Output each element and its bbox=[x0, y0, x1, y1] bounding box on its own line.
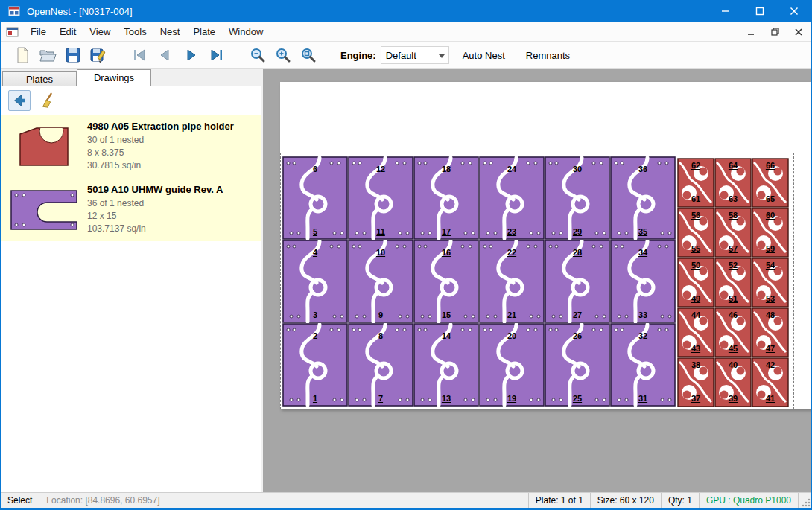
mdi-restore-button[interactable] bbox=[768, 25, 781, 39]
purple-part-pair[interactable]: 2019 bbox=[479, 323, 545, 407]
red-part-pair[interactable]: 5857 bbox=[714, 208, 752, 258]
purple-part-pair[interactable]: 1615 bbox=[413, 240, 479, 323]
menu-window[interactable]: Window bbox=[222, 23, 270, 40]
menu-file[interactable]: File bbox=[24, 23, 53, 40]
open-button[interactable] bbox=[35, 44, 60, 66]
red-part-pair[interactable]: 5251 bbox=[714, 258, 752, 307]
purple-part-pair[interactable]: 1413 bbox=[413, 323, 479, 407]
save-button[interactable] bbox=[60, 44, 86, 66]
last-arrow-icon bbox=[208, 47, 224, 63]
red-part-pair[interactable]: 5655 bbox=[677, 208, 714, 258]
purple-part-pair[interactable]: 2221 bbox=[479, 240, 545, 323]
minimize-button[interactable] bbox=[708, 0, 743, 22]
menu-view[interactable]: View bbox=[83, 23, 117, 40]
red-part-pair[interactable]: 6665 bbox=[752, 158, 789, 208]
next-arrow-icon bbox=[183, 47, 199, 63]
resize-grip[interactable] bbox=[798, 493, 811, 508]
mdi-window-controls bbox=[744, 25, 805, 39]
previous-plate-button[interactable] bbox=[153, 44, 178, 66]
part-number: 58 bbox=[714, 211, 752, 220]
part-number: 18 bbox=[413, 165, 479, 173]
engine-value: Default bbox=[386, 50, 416, 61]
close-button[interactable] bbox=[777, 0, 811, 22]
part-number: 16 bbox=[413, 248, 479, 257]
part-number: 59 bbox=[752, 244, 789, 253]
part-number: 60 bbox=[752, 211, 789, 220]
tab-drawings[interactable]: Drawings bbox=[77, 69, 151, 86]
part-number: 62 bbox=[677, 161, 714, 170]
part-number: 29 bbox=[545, 227, 610, 236]
red-part-pair[interactable]: 5453 bbox=[752, 258, 789, 307]
menu-nest[interactable]: Nest bbox=[153, 23, 187, 40]
last-plate-button[interactable] bbox=[203, 44, 229, 66]
part-number: 37 bbox=[677, 394, 714, 403]
red-part-pair[interactable]: 6463 bbox=[714, 158, 752, 208]
mdi-close-button[interactable] bbox=[792, 25, 805, 39]
part-number: 45 bbox=[714, 344, 752, 353]
zoom-fit-button[interactable] bbox=[296, 44, 321, 66]
red-part-pair[interactable]: 4039 bbox=[714, 357, 752, 407]
purple-part-pair[interactable]: 2625 bbox=[545, 323, 610, 407]
part-number: 65 bbox=[752, 194, 789, 203]
menu-edit[interactable]: Edit bbox=[53, 23, 83, 40]
drawing-item-extraction-pipe-holder[interactable]: 4980 A05 Extraction pipe holder 30 of 1 … bbox=[1, 115, 261, 178]
engine-select[interactable]: Default bbox=[381, 46, 449, 64]
red-part-pair[interactable]: 6261 bbox=[677, 158, 714, 208]
new-button[interactable] bbox=[10, 44, 35, 66]
purple-part-pair[interactable]: 1817 bbox=[413, 156, 479, 240]
save-icon bbox=[64, 46, 82, 64]
part-number: 57 bbox=[714, 244, 752, 253]
purple-part-pair[interactable]: 3029 bbox=[545, 156, 610, 240]
menu-plate[interactable]: Plate bbox=[186, 23, 222, 40]
purple-part-pair[interactable]: 109 bbox=[348, 240, 413, 323]
purple-part-pair[interactable]: 3635 bbox=[610, 156, 676, 240]
mdi-minimize-button[interactable] bbox=[744, 25, 758, 39]
child-window-icon[interactable] bbox=[6, 26, 19, 38]
remnants-button[interactable]: Remnants bbox=[518, 45, 577, 66]
auto-nest-button[interactable]: Auto Nest bbox=[455, 45, 513, 66]
zoom-out-button[interactable] bbox=[245, 44, 270, 66]
maximize-button[interactable] bbox=[743, 0, 777, 22]
purple-part-pair[interactable]: 3231 bbox=[610, 323, 676, 407]
red-part-pair[interactable]: 4241 bbox=[752, 357, 789, 407]
part-thumbnail-purple bbox=[7, 186, 81, 234]
red-part-pair[interactable]: 4645 bbox=[714, 307, 752, 357]
nest-canvas[interactable]: 65 1211 1817 2423 bbox=[263, 69, 812, 492]
status-mode: Select bbox=[1, 493, 39, 508]
part-number: 39 bbox=[714, 394, 752, 403]
purple-part-pair[interactable]: 43 bbox=[282, 240, 348, 323]
purple-part-pair[interactable]: 2827 bbox=[545, 240, 610, 323]
part-number: 47 bbox=[752, 344, 789, 353]
red-part-pair[interactable]: 4443 bbox=[677, 307, 714, 357]
drawing-item-uhmw-guide[interactable]: 5019 A10 UHMW guide Rev. A 36 of 1 neste… bbox=[1, 178, 261, 241]
part-thumbnail-red bbox=[7, 125, 81, 168]
drawing-title: 4980 A05 Extraction pipe holder bbox=[87, 121, 234, 132]
part-number: 7 bbox=[348, 394, 413, 403]
purple-part-pair[interactable]: 21 bbox=[282, 323, 348, 407]
clear-button[interactable] bbox=[37, 90, 59, 111]
purple-part-pair[interactable]: 2423 bbox=[479, 156, 545, 240]
red-part-pair[interactable]: 5049 bbox=[677, 258, 714, 307]
red-part-pair[interactable]: 6059 bbox=[752, 208, 789, 258]
red-part-pair[interactable]: 4847 bbox=[752, 307, 789, 357]
tab-plates[interactable]: Plates bbox=[2, 71, 77, 86]
part-number: 30 bbox=[545, 165, 610, 173]
drawing-area: 30.7815 sq/in bbox=[87, 159, 234, 172]
menu-tools[interactable]: Tools bbox=[117, 23, 153, 40]
red-part-pair[interactable]: 3837 bbox=[677, 357, 714, 407]
purple-part-pair[interactable]: 1211 bbox=[348, 156, 413, 240]
first-plate-button[interactable] bbox=[127, 44, 153, 66]
part-number: 17 bbox=[413, 227, 479, 236]
save-as-button[interactable] bbox=[86, 44, 111, 66]
drawing-size: 8 x 8.375 bbox=[87, 147, 234, 159]
drawing-area: 103.7137 sq/in bbox=[87, 223, 223, 235]
return-part-button[interactable] bbox=[8, 90, 31, 111]
next-plate-button[interactable] bbox=[178, 44, 203, 66]
purple-part-pair[interactable]: 3433 bbox=[610, 240, 676, 323]
purple-part-pair[interactable]: 65 bbox=[282, 156, 348, 240]
purple-part-pair[interactable]: 87 bbox=[348, 323, 413, 407]
part-number: 46 bbox=[714, 310, 752, 319]
tabstrip: Plates Drawings bbox=[1, 69, 261, 86]
save-as-icon bbox=[89, 46, 107, 64]
zoom-in-button[interactable] bbox=[270, 44, 296, 66]
